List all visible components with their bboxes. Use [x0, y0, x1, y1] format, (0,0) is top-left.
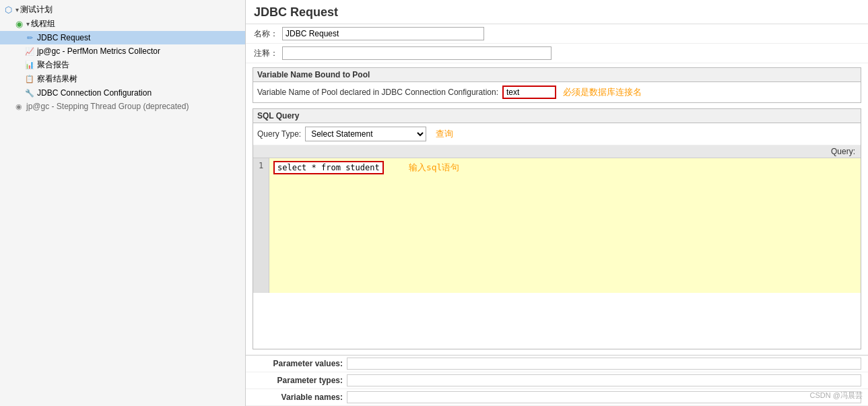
code-area[interactable]: select * from student 输入sql语句 — [269, 158, 861, 293]
variable-names-input[interactable] — [347, 391, 861, 403]
sidebar-item-label: JDBC Connection Configuration — [37, 88, 152, 98]
param-types-input[interactable] — [347, 374, 861, 386]
sql-section: SQL Query Query Type: Select Statement U… — [253, 108, 861, 349]
comment-input[interactable] — [282, 46, 552, 60]
thread-icon: ◉ — [13, 19, 24, 30]
sidebar-item-jdbc-config[interactable]: 🔧 JDBC Connection Configuration — [0, 86, 245, 100]
query-type-select[interactable]: Select Statement Update Statement Callab… — [305, 127, 426, 141]
comment-row: 注释： — [246, 44, 868, 63]
stepping-icon: ◉ — [13, 101, 24, 112]
param-values-input[interactable] — [347, 358, 861, 370]
report-icon: 📊 — [24, 60, 35, 71]
sidebar-item-perfmon[interactable]: 📈 jp@gc - PerfMon Metrics Collector — [0, 44, 245, 58]
param-values-row: Parameter values: — [246, 356, 868, 372]
line-numbers: 1 — [253, 158, 269, 293]
query-editor-header: Query: — [253, 145, 861, 158]
sidebar-item-thread-group[interactable]: ◉ ▾ 线程组 — [0, 17, 245, 31]
plan-icon: ⬡ — [3, 5, 13, 15]
sidebar-item-label: 察看结果树 — [37, 73, 77, 85]
expand-arrow: ▾ — [26, 20, 30, 28]
param-types-label: Parameter types: — [253, 376, 347, 385]
sidebar-item-label: 聚合报告 — [37, 59, 69, 71]
sidebar-item-test-plan[interactable]: ⬡ ▾ 测试计划 — [0, 3, 245, 17]
sidebar-item-label: jp@gc - Stepping Thread Group (deprecate… — [26, 102, 189, 111]
param-values-label: Parameter values: — [253, 359, 347, 368]
config-icon: 🔧 — [24, 88, 35, 98]
perfmon-icon: 📈 — [24, 46, 35, 57]
query-annotation: 查询 — [436, 128, 453, 140]
expand-arrow: ▾ — [15, 6, 19, 13]
name-input[interactable] — [282, 27, 484, 40]
query-editor-body: 1 select * from student 输入sql语句 — [253, 158, 861, 293]
query-type-row: Query Type: Select Statement Update Stat… — [253, 123, 861, 145]
sql-code: select * from student — [273, 161, 384, 174]
watermark: CSDN @冯晨芸 — [810, 391, 863, 401]
sidebar-item-label: jp@gc - PerfMon Metrics Collector — [37, 46, 160, 56]
variable-names-label: Variable names: — [253, 393, 347, 402]
main-panel: JDBC Request 名称： 注释： Variable Name Bound… — [246, 0, 868, 406]
variable-names-row: Variable names: — [246, 389, 868, 406]
sidebar-item-label: 线程组 — [31, 18, 55, 30]
query-type-label: Query Type: — [257, 129, 301, 139]
panel-title: JDBC Request — [246, 0, 868, 24]
comment-label: 注释： — [254, 48, 278, 59]
sidebar-item-aggregate[interactable]: 📊 聚合报告 — [0, 58, 245, 72]
name-row: 名称： — [246, 24, 868, 44]
pool-field-label: Variable Name of Pool declared in JDBC C… — [257, 88, 498, 97]
sidebar-item-label: 测试计划 — [20, 4, 53, 15]
sidebar-item-stepping[interactable]: ◉ jp@gc - Stepping Thread Group (depreca… — [0, 100, 245, 113]
query-header-label: Query: — [831, 147, 855, 156]
sidebar-item-view-results[interactable]: 📋 察看结果树 — [0, 72, 245, 86]
line-number-1: 1 — [256, 161, 266, 170]
sidebar: ⬡ ▾ 测试计划 ◉ ▾ 线程组 ✏ JDBC Request 📈 jp@gc … — [0, 0, 246, 406]
pool-section: Variable Name Bound to Pool Variable Nam… — [253, 67, 861, 103]
sql-annotation: 输入sql语句 — [409, 162, 459, 172]
name-label: 名称： — [254, 28, 278, 40]
param-section: Parameter values: Parameter types: Varia… — [246, 355, 868, 406]
pool-annotation: 必须是数据库连接名 — [563, 86, 642, 98]
param-types-row: Parameter types: — [246, 372, 868, 389]
sql-legend: SQL Query — [253, 109, 861, 123]
pool-legend: Variable Name Bound to Pool — [253, 68, 861, 82]
jdbc-icon: ✏ — [24, 32, 35, 43]
sidebar-item-jdbc-request[interactable]: ✏ JDBC Request — [0, 31, 245, 44]
sidebar-item-label: JDBC Request — [37, 33, 90, 42]
pool-name-input[interactable] — [502, 86, 556, 99]
result-icon: 📋 — [24, 74, 35, 85]
pool-content: Variable Name of Pool declared in JDBC C… — [253, 82, 861, 102]
